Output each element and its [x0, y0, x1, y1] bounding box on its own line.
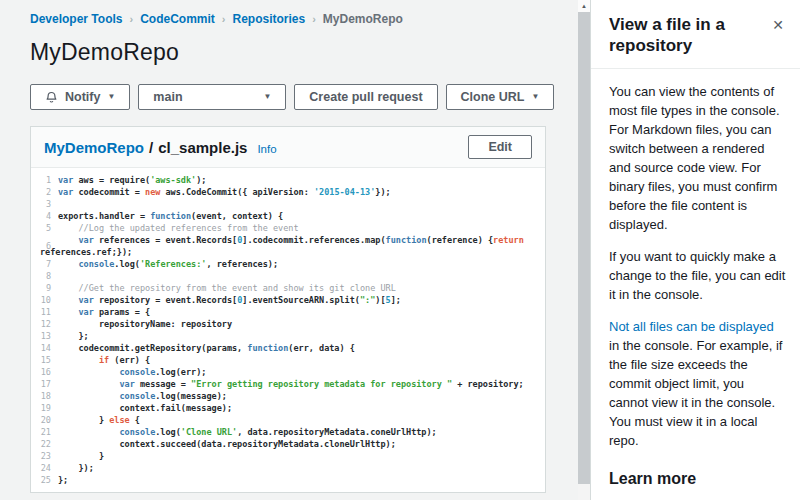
codecommit-console: Developer Tools › CodeCommit › Repositor… [0, 0, 800, 500]
file-panel-header: MyDemoRepo / cl_sample.js Info Edit [31, 127, 545, 168]
code-line: 2var codecommit = new aws.CodeCommit({ a… [35, 186, 545, 198]
breadcrumb-link-codecommit[interactable]: CodeCommit [140, 12, 215, 26]
line-number: 24 [35, 462, 51, 474]
code-line: 25}; [35, 474, 545, 486]
file-panel-title: MyDemoRepo / cl_sample.js Info [44, 139, 277, 156]
line-number: 16 [35, 366, 51, 378]
breadcrumb-separator-icon: › [222, 13, 226, 25]
branch-select-value: main [153, 90, 182, 104]
caret-down-icon: ▼ [263, 93, 271, 101]
code-line: 11 var params = { [35, 306, 545, 318]
path-separator: / [149, 139, 153, 156]
code-line: 12 repositoryName: repository [35, 318, 545, 330]
line-number: 7 [35, 258, 51, 270]
breadcrumb-separator-icon: › [312, 13, 316, 25]
code-line: 9 //Get the repository from the event an… [35, 282, 545, 294]
code-text: console.log('Clone URL', data.repository… [58, 426, 545, 438]
code-text: var codecommit = new aws.CodeCommit({ ap… [58, 186, 545, 198]
code-text: exports.handler = function(event, contex… [58, 210, 545, 222]
line-number: 13 [35, 330, 51, 342]
code-line: 6 var references = event.Records[0].code… [35, 234, 545, 258]
scroll-up-glyph: ▲ [581, 3, 587, 9]
code-line: 16 console.log(err); [35, 366, 545, 378]
caret-down-icon: ▼ [107, 93, 115, 101]
info-link[interactable]: Info [257, 143, 276, 155]
line-number: 18 [35, 390, 51, 402]
scroll-up-arrow-icon[interactable]: ▲ [578, 0, 590, 12]
code-text [58, 198, 545, 210]
line-number: 11 [35, 306, 51, 318]
code-line: 23 } [35, 450, 545, 462]
breadcrumb-link-repositories[interactable]: Repositories [232, 12, 305, 26]
help-inline-link[interactable]: Not all files can be displayed [609, 319, 774, 334]
toolbar: Notify ▼ main ▼ Create pull request Clon… [30, 84, 578, 110]
code-text: console.log(err); [58, 366, 545, 378]
help-panel-header: View a file in a repository ✕ [609, 14, 786, 56]
line-number: 21 [35, 426, 51, 438]
code-text: //Log the updated references from the ev… [58, 222, 545, 234]
code-line: 21 console.log('Clone URL', data.reposit… [35, 426, 545, 438]
branch-select[interactable]: main ▼ [138, 84, 286, 110]
line-number: 10 [35, 294, 51, 306]
help-paragraph: If you want to quickly make a change to … [609, 247, 786, 304]
code-line: 19 context.fail(message); [35, 402, 545, 414]
code-line: 1var aws = require('aws-sdk'); [35, 174, 545, 186]
code-line: 15 if (err) { [35, 354, 545, 366]
repo-link[interactable]: MyDemoRepo [44, 139, 144, 156]
clone-url-button[interactable]: Clone URL ▼ [446, 84, 555, 110]
line-number: 1 [35, 174, 51, 186]
line-number: 2 [35, 186, 51, 198]
code-text: console.log(message); [58, 390, 545, 402]
breadcrumb: Developer Tools › CodeCommit › Repositor… [30, 12, 578, 26]
edit-button[interactable]: Edit [468, 135, 532, 159]
notify-button[interactable]: Notify ▼ [30, 84, 130, 110]
code-text: var params = { [58, 306, 545, 318]
scrollbar-thumb[interactable] [578, 12, 590, 484]
line-number: 20 [35, 414, 51, 426]
code-text: context.fail(message); [58, 402, 545, 414]
breadcrumb-separator-icon: › [129, 13, 133, 25]
code-text [58, 270, 545, 282]
code-text: if (err) { [58, 354, 545, 366]
code-text: console.log('References:', references); [58, 258, 545, 270]
breadcrumb-current: MyDemoRepo [323, 12, 403, 26]
close-icon[interactable]: ✕ [770, 14, 786, 36]
breadcrumb-link-developer-tools[interactable]: Developer Tools [30, 12, 122, 26]
line-number: 5 [35, 222, 51, 234]
line-number: 25 [35, 474, 51, 486]
code-line: 18 console.log(message); [35, 390, 545, 402]
code-line: 13 }; [35, 330, 545, 342]
code-text: repositoryName: repository [58, 318, 545, 330]
code-viewer: 1var aws = require('aws-sdk');2var codec… [31, 168, 545, 492]
main-content: Developer Tools › CodeCommit › Repositor… [0, 0, 578, 500]
code-text: references.ref;}); [40, 246, 545, 258]
help-paragraph: You can view the contents of most file t… [609, 82, 786, 234]
code-text: }; [58, 330, 545, 342]
code-text: } [58, 450, 545, 462]
create-pull-request-button[interactable]: Create pull request [294, 84, 437, 110]
line-number: 4 [35, 210, 51, 222]
file-name: cl_sample.js [158, 139, 247, 156]
code-line: 8 [35, 270, 545, 282]
clone-url-button-label: Clone URL [461, 90, 525, 104]
help-panel-title: View a file in a repository [609, 14, 759, 56]
code-line: 22 context.succeed(data.repositoryMetada… [35, 438, 545, 450]
line-number: 23 [35, 450, 51, 462]
code-text: var aws = require('aws-sdk'); [58, 174, 545, 186]
code-line: 17 var message = "Error getting reposito… [35, 378, 545, 390]
help-panel-divider [591, 68, 800, 69]
code-line: 4exports.handler = function(event, conte… [35, 210, 545, 222]
code-text: codecommit.getRepository(params, functio… [58, 342, 545, 354]
code-line: 3 [35, 198, 545, 210]
code-text: context.succeed(data.repositoryMetadata.… [58, 438, 545, 450]
notify-button-label: Notify [65, 90, 100, 104]
vertical-scrollbar[interactable]: ▲ [578, 0, 590, 500]
help-panel-body: You can view the contents of most file t… [609, 82, 786, 450]
file-viewer-panel: MyDemoRepo / cl_sample.js Info Edit 1var… [30, 126, 546, 493]
code-line: 10 var repository = event.Records[0].eve… [35, 294, 545, 306]
learn-more-heading: Learn more [609, 470, 786, 488]
code-text: var references = event.Records[0].codeco… [58, 234, 545, 246]
code-text: } else { [58, 414, 545, 426]
code-text: }); [58, 462, 545, 474]
line-number: 8 [35, 270, 51, 282]
